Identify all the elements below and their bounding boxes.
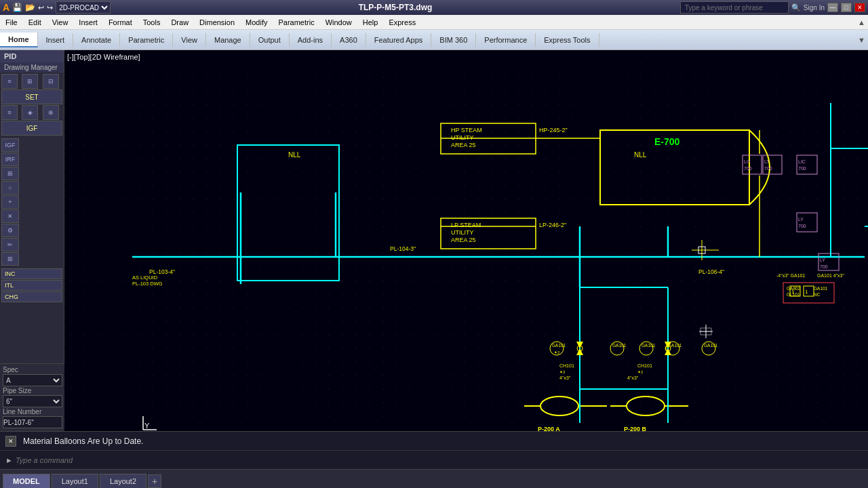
- menu-insert[interactable]: Insert: [73, 17, 103, 28]
- drawing-svg: HP STEAM UTILITY AREA 25 HP-245-2" LP ST…: [64, 50, 868, 431]
- tb-circle[interactable]: ○: [1, 181, 19, 195]
- tb-itl[interactable]: ITL: [1, 280, 62, 291]
- tb-irf[interactable]: IRF: [1, 152, 19, 166]
- tab-add-btn[interactable]: +: [148, 474, 161, 488]
- tb-btn-1[interactable]: ≡: [1, 74, 18, 89]
- tab-parametric[interactable]: Parametric: [120, 33, 173, 47]
- tb-gear[interactable]: ⚙: [1, 224, 19, 237]
- svg-text:1: 1: [805, 289, 808, 295]
- menu-draw[interactable]: Draw: [165, 17, 194, 28]
- tb-btn-6[interactable]: ⊗: [43, 105, 59, 120]
- canvas-label: [-][Top][2D Wireframe]: [67, 53, 140, 61]
- menu-modify[interactable]: Modify: [240, 17, 273, 28]
- tab-addins[interactable]: Add-ins: [290, 33, 332, 47]
- tab-output[interactable]: Output: [250, 33, 290, 47]
- tb-btn-3[interactable]: ⊟: [43, 74, 59, 89]
- command-bar: ►: [0, 450, 868, 469]
- tab-layout2[interactable]: Layout2: [100, 474, 146, 488]
- quick-access-open[interactable]: 📂: [25, 3, 35, 12]
- menu-file[interactable]: File: [0, 17, 23, 28]
- svg-text:✦2: ✦2: [637, 370, 644, 374]
- tab-performance[interactable]: Performance: [476, 33, 536, 47]
- tb-btn-5[interactable]: ◈: [22, 105, 38, 120]
- tb-btn-4[interactable]: ≡: [1, 105, 18, 120]
- status-message: Material Balloons Are Up to Date.: [23, 436, 143, 446]
- svg-text:PL-106-4": PL-106-4": [698, 268, 724, 275]
- svg-text:LP-246-2": LP-246-2": [539, 222, 566, 228]
- svg-text:NLL: NLL: [288, 151, 301, 159]
- tb-btn-set[interactable]: SET: [1, 89, 62, 104]
- svg-text:AREA 25: AREA 25: [451, 142, 476, 148]
- tab-a360[interactable]: A360: [332, 33, 366, 47]
- file-title: TLP-P-M5-PT3.dwg: [359, 3, 433, 12]
- title-bar: A 💾 📂 ↩ ↪ 2D-PROCAD TLP-P-M5-PT3.dwg 🔍 S…: [0, 0, 868, 15]
- workspace-dropdown[interactable]: 2D-PROCAD: [56, 1, 111, 14]
- pipe-size-label: Pipe Size: [3, 387, 62, 394]
- tab-view[interactable]: View: [173, 33, 206, 47]
- svg-text:Y: Y: [144, 422, 150, 430]
- sign-in-btn[interactable]: Sign In: [804, 4, 825, 12]
- tab-home[interactable]: Home: [0, 33, 38, 47]
- tb-igf[interactable]: IGF: [1, 138, 19, 152]
- line-number-input[interactable]: [3, 416, 62, 428]
- svg-text:700: 700: [798, 166, 806, 171]
- tab-bim360[interactable]: BIM 360: [431, 33, 476, 47]
- command-input[interactable]: [16, 456, 863, 464]
- menu-dimension[interactable]: Dimension: [194, 17, 240, 28]
- svg-text:4"x3": 4"x3": [559, 375, 571, 380]
- tb-cross[interactable]: ✕: [1, 209, 19, 223]
- svg-text:AREA 25: AREA 25: [451, 237, 476, 243]
- minimize-btn[interactable]: —: [827, 3, 838, 12]
- menu-edit[interactable]: Edit: [23, 17, 47, 28]
- status-close-icon[interactable]: ✕: [5, 436, 16, 447]
- search-input[interactable]: [680, 1, 789, 14]
- ribbon-toggle[interactable]: ▲: [858, 18, 865, 26]
- menu-express[interactable]: Express: [383, 17, 421, 28]
- tb-box[interactable]: ⊞: [1, 167, 19, 180]
- tb-pencil[interactable]: ✏: [1, 238, 19, 251]
- tb-inc[interactable]: INC: [1, 268, 62, 279]
- menu-bar: File Edit View Insert Format Tools Draw …: [0, 15, 868, 30]
- drawing-manager-label: Drawing Manager: [0, 62, 64, 73]
- undo-btn[interactable]: ↩: [38, 3, 44, 12]
- ribbon: Home Insert Annotate Parametric View Man…: [0, 30, 868, 50]
- menu-format[interactable]: Format: [103, 17, 138, 28]
- menu-parametric[interactable]: Parametric: [273, 17, 319, 28]
- svg-text:GA101: GA101: [612, 343, 627, 348]
- spec-select[interactable]: A: [3, 374, 62, 386]
- tab-express-tools[interactable]: Express Tools: [536, 33, 599, 47]
- menu-help[interactable]: Help: [357, 17, 384, 28]
- tab-layout1[interactable]: Layout1: [52, 474, 98, 488]
- maximize-btn[interactable]: □: [841, 3, 852, 12]
- tab-insert[interactable]: Insert: [38, 33, 74, 47]
- svg-text:GA101 4"x3": GA101 4"x3": [817, 273, 845, 278]
- tb-grid[interactable]: ⊞: [1, 252, 19, 266]
- svg-text:4"x3": 4"x3": [627, 375, 639, 380]
- tb-plus[interactable]: +: [1, 195, 19, 209]
- menu-window[interactable]: Window: [320, 17, 357, 28]
- app-icon: A: [3, 2, 9, 13]
- tb-chg[interactable]: CHG: [1, 291, 62, 302]
- menu-tools[interactable]: Tools: [138, 17, 166, 28]
- close-btn[interactable]: ✕: [854, 3, 865, 12]
- tab-annotate[interactable]: Annotate: [73, 33, 120, 47]
- command-prompt-icon: ►: [5, 456, 13, 464]
- svg-text:CH101: CH101: [637, 363, 652, 368]
- svg-text:UTILITY: UTILITY: [451, 229, 474, 236]
- menu-view[interactable]: View: [47, 17, 74, 28]
- redo-btn[interactable]: ↪: [47, 3, 53, 12]
- tab-model[interactable]: MODEL: [3, 474, 50, 488]
- tb-btn-igf[interactable]: IGF: [1, 121, 62, 136]
- canvas-area[interactable]: [-][Top][2D Wireframe] HP STEAM: [64, 50, 868, 431]
- svg-text:700: 700: [744, 166, 752, 171]
- tab-manage[interactable]: Manage: [206, 33, 250, 47]
- search-icon[interactable]: 🔍: [791, 3, 801, 12]
- tab-featured[interactable]: Featured Apps: [366, 33, 432, 47]
- quick-access-save[interactable]: 💾: [12, 3, 22, 12]
- tb-btn-2[interactable]: ⊞: [22, 74, 38, 89]
- svg-text:GA101: GA101: [704, 343, 718, 348]
- svg-text:E-700: E-700: [654, 136, 680, 147]
- ribbon-more[interactable]: ▼: [855, 33, 868, 47]
- pipe-size-select[interactable]: 6": [3, 395, 62, 407]
- svg-text:-4"x3" GA101: -4"x3" GA101: [776, 273, 805, 278]
